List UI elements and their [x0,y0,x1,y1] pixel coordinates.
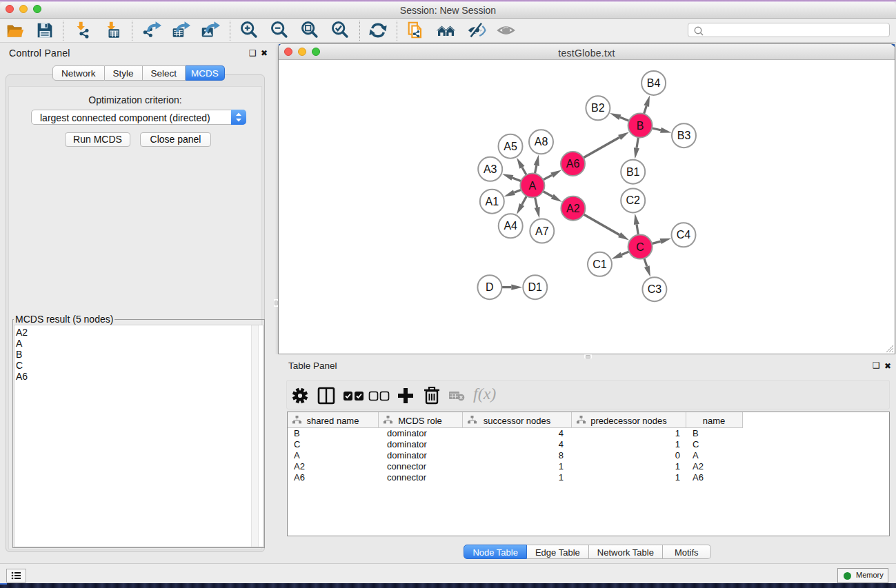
svg-text:B3: B3 [677,130,691,141]
svg-text:C: C [636,241,644,253]
svg-text:C3: C3 [648,283,662,295]
svg-text:A2: A2 [566,203,580,214]
svg-text:A3: A3 [484,163,497,175]
svg-text:A6: A6 [566,158,580,170]
svg-text:D1: D1 [528,281,543,293]
svg-text:C2: C2 [626,194,640,206]
svg-text:A: A [529,180,537,192]
svg-text:B: B [637,120,644,132]
svg-text:A8: A8 [535,136,548,148]
svg-text:D: D [486,281,494,293]
svg-text:B4: B4 [647,77,661,89]
svg-text:B1: B1 [626,166,640,178]
svg-text:C1: C1 [593,258,607,270]
svg-text:A1: A1 [486,196,499,207]
svg-text:A4: A4 [504,220,517,232]
svg-text:A7: A7 [535,225,549,237]
svg-text:C4: C4 [677,229,691,241]
svg-text:A5: A5 [504,141,517,152]
svg-text:B2: B2 [591,102,605,114]
